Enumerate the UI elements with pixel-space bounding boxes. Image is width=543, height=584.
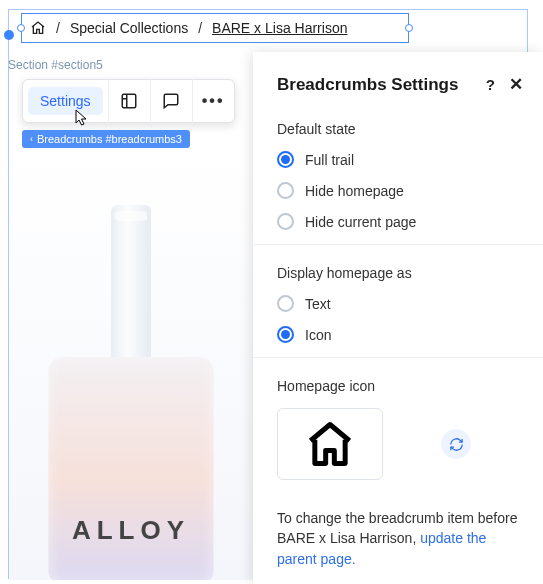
- divider: [253, 357, 543, 358]
- radio-indicator: [277, 295, 294, 312]
- group-label-default-state: Default state: [277, 121, 523, 137]
- radio-label: Full trail: [305, 152, 354, 168]
- group-label-display-as: Display homepage as: [277, 265, 523, 281]
- radio-display-text[interactable]: Text: [277, 295, 523, 312]
- radio-indicator: [277, 326, 294, 343]
- comment-icon[interactable]: [150, 79, 192, 123]
- element-tag-label: Breadcrumbs #breadcrumbs3: [37, 133, 182, 145]
- resize-handle-right[interactable]: [405, 24, 413, 32]
- product-preview: ALLOY: [9, 148, 253, 580]
- radio-hide-homepage[interactable]: Hide homepage: [277, 182, 523, 199]
- section-handle-left[interactable]: [4, 30, 14, 40]
- breadcrumb-separator: /: [56, 20, 60, 36]
- radio-label: Icon: [305, 327, 331, 343]
- homepage-icon-preview[interactable]: [277, 408, 383, 480]
- bottle-body: ALLOY: [49, 357, 214, 580]
- radio-indicator: [277, 213, 294, 230]
- divider: [253, 244, 543, 245]
- refresh-icon: [449, 437, 464, 452]
- home-icon[interactable]: [30, 20, 46, 36]
- radio-label: Text: [305, 296, 331, 312]
- radio-full-trail[interactable]: Full trail: [277, 151, 523, 168]
- group-label-homepage-icon: Homepage icon: [277, 378, 523, 394]
- parent-page-note: To change the breadcrumb item before BAR…: [277, 508, 523, 569]
- svg-rect-0: [122, 94, 136, 108]
- breadcrumb-bar[interactable]: / Special Collections / BARE x Lisa Harr…: [21, 13, 409, 43]
- radio-indicator: [277, 151, 294, 168]
- breadcrumb-item-current[interactable]: BARE x Lisa Harrison: [212, 20, 347, 36]
- radio-label: Hide homepage: [305, 183, 404, 199]
- house-icon: [302, 418, 358, 470]
- panel-title: Breadcrumbs Settings: [277, 75, 458, 95]
- radio-indicator: [277, 182, 294, 199]
- settings-panel: Breadcrumbs Settings ? ✕ Default state F…: [253, 52, 543, 584]
- radio-display-icon[interactable]: Icon: [277, 326, 523, 343]
- breadcrumb-separator: /: [198, 20, 202, 36]
- radio-hide-current-page[interactable]: Hide current page: [277, 213, 523, 230]
- bottle-cap: [111, 205, 151, 360]
- section-id-label: Section #section5: [8, 58, 103, 72]
- brand-text: ALLOY: [49, 515, 214, 546]
- more-icon[interactable]: •••: [192, 79, 234, 123]
- help-icon[interactable]: ?: [486, 76, 495, 93]
- element-tag-chip[interactable]: ‹ Breadcrumbs #breadcrumbs3: [22, 130, 190, 148]
- chevron-left-icon: ‹: [30, 134, 33, 144]
- refresh-icon-button[interactable]: [441, 429, 471, 459]
- element-toolbar: Settings •••: [22, 79, 235, 123]
- close-icon[interactable]: ✕: [509, 74, 523, 95]
- breadcrumb-item[interactable]: Special Collections: [70, 20, 188, 36]
- layout-icon[interactable]: [108, 79, 150, 123]
- settings-button[interactable]: Settings: [28, 87, 103, 115]
- resize-handle-left[interactable]: [17, 24, 25, 32]
- radio-label: Hide current page: [305, 214, 416, 230]
